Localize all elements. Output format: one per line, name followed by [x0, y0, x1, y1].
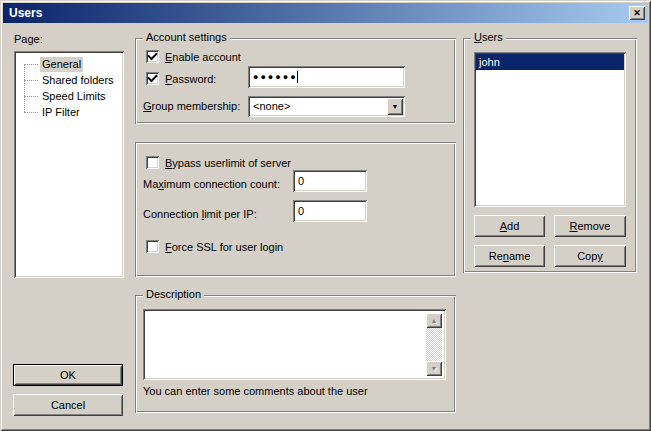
users-caption: Users — [471, 31, 506, 44]
users-dialog: Users ✕ Page: GeneralShared foldersSpeed… — [0, 0, 651, 431]
group-membership-label: Group membership: — [143, 100, 240, 113]
description-hint: You can enter some comments about the us… — [143, 385, 368, 398]
account-settings-group: Account settings Enable account Password… — [135, 38, 456, 124]
scroll-down-button[interactable]: ▼ — [426, 361, 442, 376]
remove-button[interactable]: Remove — [554, 215, 626, 237]
close-button[interactable]: ✕ — [629, 6, 645, 20]
title-bar[interactable]: Users — [3, 3, 648, 23]
force-ssl-label[interactable]: Force SSL for user login — [165, 241, 283, 254]
password-input[interactable]: ●●●●●● — [248, 66, 405, 88]
force-ssl-checkbox[interactable] — [146, 240, 159, 253]
limits-group: Bypass userlimit of server Maximum conne… — [135, 142, 456, 277]
page-tree-item[interactable]: Speed Limits — [16, 88, 122, 104]
connection-limit-per-ip-label: Connection limit per IP: — [143, 208, 257, 221]
user-list-item[interactable]: john — [476, 54, 624, 70]
enable-account-checkbox[interactable] — [146, 50, 159, 63]
group-membership-dropdown-button[interactable]: ▼ — [387, 98, 403, 115]
page-tree-item[interactable]: IP Filter — [16, 104, 122, 120]
chevron-down-icon: ▼ — [392, 103, 399, 110]
description-scrollbar[interactable]: ▲ ▼ — [426, 313, 442, 376]
account-settings-caption: Account settings — [143, 31, 230, 44]
max-connection-count-label: Maximum connection count: — [143, 178, 280, 191]
page-tree[interactable]: GeneralShared foldersSpeed LimitsIP Filt… — [14, 51, 124, 278]
connection-limit-per-ip-value: 0 — [298, 205, 304, 217]
scroll-up-button[interactable]: ▲ — [426, 313, 442, 328]
description-textarea[interactable]: ▲ ▼ — [143, 309, 446, 380]
cancel-button[interactable]: Cancel — [13, 394, 123, 416]
bypass-userlimit-label[interactable]: Bypass userlimit of server — [165, 157, 291, 170]
users-listbox[interactable]: john — [474, 52, 626, 207]
copy-button[interactable]: Copy — [554, 245, 626, 267]
password-value: ●●●●●● — [253, 73, 298, 82]
text-caret — [297, 71, 298, 83]
scroll-down-icon: ▼ — [431, 365, 438, 372]
description-group: Description ▲ ▼ You can enter some comme… — [135, 295, 456, 413]
scroll-up-icon: ▲ — [431, 317, 438, 324]
add-button[interactable]: Add — [474, 215, 545, 237]
password-label[interactable]: Password: — [165, 73, 216, 86]
users-group: Users john Add Remove Rename Copy — [463, 38, 637, 273]
window-title: Users — [9, 6, 42, 20]
description-caption: Description — [143, 288, 204, 301]
close-icon: ✕ — [633, 9, 641, 18]
max-connection-count-input[interactable]: 0 — [293, 170, 367, 192]
group-membership-value: <none> — [253, 100, 290, 113]
page-tree-item[interactable]: Shared folders — [16, 72, 122, 88]
page-label: Page: — [14, 33, 43, 46]
ok-button[interactable]: OK — [13, 364, 123, 386]
bypass-userlimit-checkbox[interactable] — [146, 156, 159, 169]
rename-button[interactable]: Rename — [474, 245, 545, 267]
group-membership-select[interactable]: <none> ▼ — [248, 96, 405, 117]
page-tree-item[interactable]: General — [16, 56, 122, 72]
max-connection-count-value: 0 — [298, 175, 304, 187]
enable-account-label[interactable]: Enable account — [165, 51, 241, 64]
connection-limit-per-ip-input[interactable]: 0 — [293, 200, 367, 222]
password-checkbox[interactable] — [146, 72, 159, 85]
